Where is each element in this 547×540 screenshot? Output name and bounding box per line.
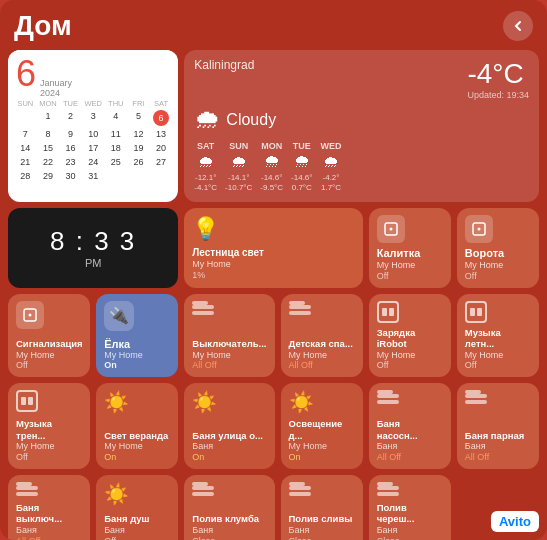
weather-temp: -4°C: [467, 58, 529, 90]
switch1-sub: My Home: [192, 350, 266, 361]
svg-rect-14: [377, 390, 393, 394]
klumba-status: Close: [192, 536, 266, 541]
kalitka-sub: My Home: [377, 260, 443, 271]
nasos-tile[interactable]: Баня насосн... Баня All Off: [369, 383, 451, 469]
sliva-tile[interactable]: Полив сливы Баня Close: [281, 475, 363, 540]
sun-icon3: ☀️: [289, 390, 355, 414]
detskaya-name: Детская спа...: [289, 338, 355, 349]
music2-status: Off: [16, 452, 82, 462]
vorota-name: Ворота: [465, 247, 531, 260]
signal-tile[interactable]: Сигнализация My Home Off: [8, 294, 90, 378]
calendar-day: 6: [16, 56, 36, 92]
switch1-tile[interactable]: Выключатель... My Home All Off: [184, 294, 274, 378]
calendar-year: 2024: [40, 88, 72, 98]
weekday-sun: SUN: [14, 98, 37, 109]
svg-rect-9: [289, 305, 311, 309]
irobot-tile[interactable]: Зарядка iRobot My Home Off: [369, 294, 451, 378]
lamp-icon: 💡: [192, 216, 219, 242]
lamp-sub: My Home: [192, 259, 264, 270]
svg-rect-27: [377, 486, 399, 490]
dush-status: Off: [104, 536, 170, 541]
svg-rect-21: [192, 486, 214, 490]
svg-rect-22: [192, 492, 214, 496]
forecast-mon: MON 🌨 -14.6°-9.5°C: [260, 141, 283, 194]
cheresh-sub: Баня: [377, 525, 443, 536]
vyklbanya-tile[interactable]: Баня выключ... Баня All Off: [8, 475, 90, 540]
klumba-tile[interactable]: Полив клумба Баня Close: [184, 475, 274, 540]
svg-rect-7: [192, 311, 214, 315]
banya1-sub: Баня: [192, 441, 266, 452]
klumba-sub: Баня: [192, 525, 266, 536]
calendar-today: 6: [153, 110, 169, 126]
vyklbanya-name: Баня выключ...: [16, 502, 82, 525]
weather-updated: Updated: 19:34: [467, 90, 529, 100]
banya1-tile[interactable]: ☀️ Баня улица о... Баня On: [184, 383, 274, 469]
sun-icon: ☀️: [104, 390, 170, 414]
weather-forecast: SAT 🌧 -12.1°-4.1°C SUN 🌧 -14.1°-10.7°C M…: [194, 141, 529, 194]
nasos-sub: Баня: [377, 441, 443, 452]
svg-rect-26: [289, 482, 305, 486]
music1-sub: My Home: [465, 350, 531, 361]
music2-tile[interactable]: Музыка трен... My Home Off: [8, 383, 90, 469]
svg-rect-16: [465, 400, 487, 404]
clock-ampm: PM: [85, 257, 102, 269]
parnaya-name: Баня парная: [465, 430, 531, 441]
detskaya-sub: My Home: [289, 350, 355, 361]
osv-sub: My Home: [289, 441, 355, 452]
banya1-status: On: [192, 452, 266, 462]
calendar-days: 1 2 3 4 5 6 7 8 9 10 11 12 13 14 15 16 1: [14, 109, 172, 183]
kalitka-tile[interactable]: Калитка My Home Off: [369, 208, 451, 288]
dush-name: Баня душ: [104, 513, 170, 524]
detskaya-tile[interactable]: Детская спа... My Home All Off: [281, 294, 363, 378]
cheresh-name: Полив череш...: [377, 502, 443, 525]
music1-name: Музыка летн...: [465, 327, 531, 350]
svg-rect-19: [16, 492, 38, 496]
sliva-name: Полив сливы: [289, 513, 355, 524]
parnaya-status: All Off: [465, 452, 531, 462]
svg-rect-29: [377, 482, 393, 486]
svg-rect-11: [289, 301, 305, 305]
back-button[interactable]: [503, 11, 533, 41]
parnaya-sub: Баня: [465, 441, 531, 452]
svg-rect-13: [377, 400, 399, 404]
music2-sub: My Home: [16, 441, 82, 452]
vorota-sub: My Home: [465, 260, 531, 271]
elka-icon: 🔌: [104, 301, 134, 331]
signal-name: Сигнализация: [16, 338, 82, 349]
calendar-grid: SUN MON TUE WED THU FRI SAT 1 2 3 4 5 6 …: [8, 98, 178, 189]
svet-tile[interactable]: ☀️ Свет веранда My Home On: [96, 383, 178, 469]
lamp-tile[interactable]: 💡 Лестница свет My Home 1%: [184, 208, 362, 288]
svg-rect-25: [289, 492, 311, 496]
elka-tile[interactable]: 🔌 Ёлка My Home On: [96, 294, 178, 378]
irobot-name: Зарядка iRobot: [377, 327, 443, 350]
avito-badge: Avito: [491, 511, 539, 532]
svg-rect-12: [377, 394, 399, 398]
parnaya-tile[interactable]: Баня парная Баня All Off: [457, 383, 539, 469]
dush-sub: Баня: [104, 525, 170, 536]
svg-point-5: [29, 313, 32, 316]
signal-status: Off: [16, 360, 82, 370]
cheresh-tile[interactable]: Полив череш... Баня Close: [369, 475, 451, 540]
svg-rect-15: [465, 394, 487, 398]
weather-city: Kaliningrad: [194, 58, 254, 72]
weekday-thu: THU: [104, 98, 127, 109]
nasos-name: Баня насосн...: [377, 418, 443, 441]
forecast-sat: SAT 🌧 -12.1°-4.1°C: [194, 141, 217, 194]
weather-condition: Cloudy: [226, 111, 276, 129]
home-page: Дом 6 January 2024 SUN MON TUE: [0, 0, 547, 540]
osv-tile[interactable]: ☀️ Освещение д... My Home On: [281, 383, 363, 469]
osv-status: On: [289, 452, 355, 462]
vorota-tile[interactable]: Ворота My Home Off: [457, 208, 539, 288]
sliva-sub: Баня: [289, 525, 355, 536]
weekday-wed: WED: [82, 98, 105, 109]
signal-sub: My Home: [16, 350, 82, 361]
page-title: Дом: [14, 10, 72, 42]
dush-tile[interactable]: ☀️ Баня душ Баня Off: [96, 475, 178, 540]
switch1-status: All Off: [192, 360, 266, 370]
music1-tile[interactable]: Музыка летн... My Home Off: [457, 294, 539, 378]
svg-rect-10: [289, 311, 311, 315]
irobot-sub: My Home: [377, 350, 443, 361]
weekday-fri: FRI: [127, 98, 150, 109]
weekday-mon: MON: [37, 98, 60, 109]
calendar-weekdays: SUN MON TUE WED THU FRI SAT: [14, 98, 172, 109]
